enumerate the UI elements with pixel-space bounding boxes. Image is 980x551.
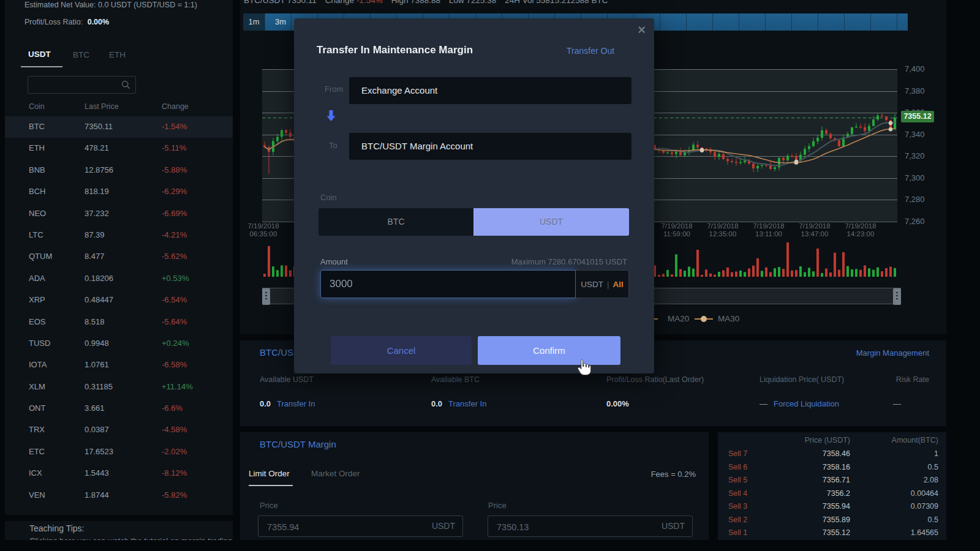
coin-row[interactable]: LTC87.39-4.21% — [5, 225, 233, 246]
coin-list: BTC7350.11-1.54%ETH478.21-5.11%BNB12.875… — [5, 116, 233, 506]
info-value: — — [893, 399, 901, 408]
info-col-value: 0.00% — [606, 399, 629, 408]
coin-change: -2.02% — [162, 447, 187, 456]
time-axis-label: 7/19/201814:23:00 — [838, 222, 883, 238]
time-axis-label: 7/19/201811:59:00 — [654, 222, 699, 238]
coin-row[interactable]: ICX1.5443-8.12% — [5, 463, 233, 484]
order-book-row[interactable]: Sell 17355.121.64565 — [718, 527, 946, 540]
coin-symbol: BTC — [29, 122, 45, 131]
coin-row[interactable]: ADA0.18206+0.53% — [5, 268, 233, 290]
coin-row[interactable]: XRP0.48447-6.54% — [5, 290, 233, 311]
order-book-row[interactable]: Sell 47356.20.00464 — [718, 487, 946, 501]
sell-price-label: Price — [488, 501, 507, 510]
amount-input[interactable] — [320, 270, 576, 298]
sell-level-label: Sell 2 — [728, 515, 747, 524]
coin-row[interactable]: ONT3.661-6.6% — [5, 398, 233, 419]
interval-tab-1m[interactable]: 1m — [243, 13, 265, 31]
pl-value: 0.00% — [88, 18, 109, 26]
order-book-row[interactable]: Sell 77358.461 — [718, 448, 946, 461]
teaching-tip-text: Clicking here you can watch the tutorial… — [29, 536, 232, 540]
legend-ma30: MA30 — [718, 314, 739, 323]
tab-btc[interactable]: BTC — [73, 50, 89, 59]
tab-limit-order[interactable]: Limit Order — [249, 469, 290, 478]
from-account-field[interactable]: Exchange Account — [349, 77, 631, 104]
interval-tab-3m[interactable]: 3m — [270, 13, 292, 31]
coin-change: -5.11% — [162, 143, 186, 152]
coin-row[interactable]: ETH478.21-5.11% — [5, 138, 233, 159]
sell-amount: 0.5 — [850, 463, 938, 471]
scrollbar-left-handle[interactable] — [262, 288, 270, 305]
order-book-row[interactable]: Sell 57356.712.08 — [718, 474, 946, 487]
coin-last-price: 87.39 — [85, 230, 105, 239]
coin-change: -8.12% — [162, 468, 187, 478]
sell-price-input[interactable] — [496, 516, 651, 538]
info-link[interactable]: Transfer In — [448, 399, 486, 408]
coin-row[interactable]: XLM0.31185+11.14% — [5, 377, 233, 398]
info-link[interactable]: Forced Liquidation — [774, 399, 839, 408]
coin-symbol: TUSD — [29, 339, 50, 348]
margin-management-link[interactable]: Margin Management — [856, 348, 929, 358]
coin-row[interactable]: EOS8.518-5.64% — [5, 312, 233, 333]
confirm-button[interactable]: Confirm — [478, 336, 620, 365]
col-last-price: Last Price — [85, 102, 119, 111]
transfer-in-modal: × Transfer In Maintenance Margin Transfe… — [294, 18, 654, 373]
coin-option-btc[interactable]: BTC — [318, 208, 473, 236]
coin-row[interactable]: BCH818.19-6.29% — [5, 181, 233, 203]
coin-change: -6.6% — [162, 403, 183, 413]
price-axis-label: 7,320 — [905, 151, 941, 160]
coin-last-price: 7350.11 — [85, 122, 113, 131]
coin-row[interactable]: QTUM8.477-5.62% — [5, 246, 233, 268]
scrollbar-right-handle[interactable] — [893, 288, 901, 305]
sell-price: 7356.71 — [755, 476, 850, 484]
coin-symbol: BCH — [29, 187, 45, 196]
coin-symbol: XRP — [29, 295, 45, 304]
tab-eth[interactable]: ETH — [109, 50, 126, 59]
amount-all-button[interactable]: All — [613, 280, 624, 289]
coin-row[interactable]: BNB12.8756-5.88% — [5, 160, 233, 181]
to-account-field[interactable]: BTC/USDT Margin Account — [349, 133, 631, 160]
order-book-row[interactable]: Sell 67358.160.5 — [718, 461, 946, 474]
coin-row[interactable]: TUSD0.9948+0.24% — [5, 333, 233, 354]
coin-change: +0.53% — [162, 274, 189, 283]
sell-level-label: Sell 3 — [728, 502, 747, 511]
buy-price-field[interactable]: USDT — [258, 515, 463, 537]
buy-price-input[interactable] — [266, 516, 421, 538]
sell-amount: 0.5 — [850, 515, 938, 524]
sell-amount: 2.08 — [850, 476, 938, 484]
coin-last-price: 8.518 — [85, 317, 105, 326]
coin-last-price: 3.661 — [85, 403, 105, 413]
coin-last-price: 0.9948 — [85, 339, 109, 348]
coin-search-box[interactable] — [28, 76, 136, 94]
order-book-row[interactable]: Sell 37355.940.07309 — [718, 500, 946, 514]
amount-unit-group: USDT | All — [576, 270, 629, 298]
coin-row[interactable]: BTC7350.11-1.54% — [5, 116, 233, 138]
coin-option-usdt[interactable]: USDT — [473, 208, 629, 236]
search-input[interactable] — [32, 77, 120, 94]
tab-market-order[interactable]: Market Order — [311, 469, 360, 478]
sell-price-field[interactable]: USDT — [488, 515, 693, 537]
coin-change: -6.58% — [162, 360, 187, 369]
info-col-value: — — [853, 399, 901, 408]
coin-symbol: ADA — [29, 274, 45, 283]
ma30-marker — [695, 318, 713, 320]
low-24h: Low 7225.38 — [449, 0, 496, 7]
coin-change: -6.69% — [162, 209, 187, 218]
coin-symbol: NEO — [29, 209, 46, 218]
net-value: 0.0 USDT (USDT/USD = 1:1) — [98, 1, 197, 9]
coin-change: +11.14% — [162, 382, 193, 391]
order-book-row[interactable]: Sell 27355.890.5 — [718, 514, 946, 527]
coin-row[interactable]: NEO37.232-6.69% — [5, 203, 233, 225]
coin-row[interactable]: IOTA1.0761-6.58% — [5, 354, 233, 376]
transfer-out-link[interactable]: Transfer Out — [567, 46, 614, 56]
col-change: Change — [162, 102, 189, 111]
close-icon[interactable]: × — [638, 22, 646, 38]
coin-row[interactable]: VEN1.8744-5.82% — [5, 485, 233, 506]
cancel-button[interactable]: Cancel — [331, 336, 472, 365]
sell-price: 7355.94 — [755, 502, 850, 511]
coin-row[interactable]: ETC17.6523-2.02% — [5, 441, 233, 463]
coin-row[interactable]: TRX0.0387-4.58% — [5, 419, 233, 441]
tab-usdt[interactable]: USDT — [28, 50, 51, 59]
amount-field-group: USDT | All — [320, 270, 629, 298]
coin-change: -4.58% — [162, 425, 187, 434]
info-link[interactable]: Transfer In — [277, 399, 315, 408]
